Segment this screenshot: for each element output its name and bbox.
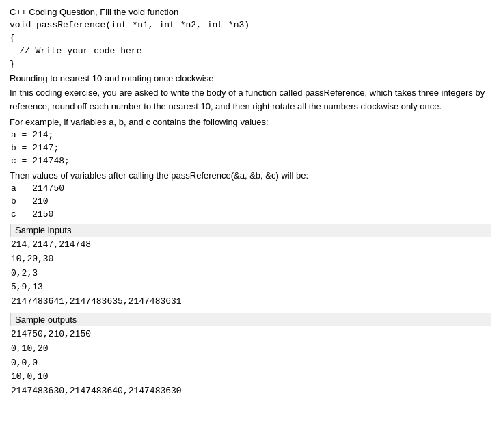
- question-type: C++ Coding Question, Fill the void funct…: [10, 7, 491, 17]
- sample-inputs-label: Sample inputs: [10, 224, 491, 237]
- sample-input-row-5: 2147483641,2147483635,2147483631: [11, 295, 491, 309]
- sample-outputs-data: 214750,210,2150 0,10,20 0,0,0 10,0,10 21…: [10, 328, 491, 399]
- sample-input-row-4: 5,9,13: [11, 280, 491, 295]
- example-output-c: c = 2150: [10, 209, 491, 220]
- sample-inputs-data: 214,2147,214748 10,20,30 0,2,3 5,9,13 21…: [10, 238, 491, 309]
- sample-output-row-2: 0,10,20: [11, 342, 491, 356]
- example-intro: For example, if variables a, b, and c co…: [10, 117, 491, 127]
- example-output-b: b = 210: [10, 196, 491, 207]
- sample-output-row-3: 0,0,0: [11, 356, 491, 371]
- function-signature: void passReference(int *n1, int *n2, int…: [10, 20, 491, 30]
- example-input-a: a = 214;: [10, 130, 491, 140]
- sample-input-row-1: 214,2147,214748: [11, 238, 491, 252]
- description-title: Rounding to nearest 10 and rotating once…: [10, 73, 491, 83]
- sample-input-row-3: 0,2,3: [11, 267, 491, 281]
- description-body: In this coding exercise, you are asked t…: [10, 86, 491, 113]
- example-explanation: Then values of variables after calling t…: [10, 170, 491, 181]
- example-input-c: c = 214748;: [10, 156, 491, 166]
- sample-output-row-5: 2147483630,2147483640,2147483630: [11, 384, 491, 399]
- comment: // Write your code here: [10, 46, 491, 56]
- sample-input-row-2: 10,20,30: [11, 252, 491, 267]
- example-input-b: b = 2147;: [10, 143, 491, 153]
- sample-output-row-4: 10,0,10: [11, 370, 491, 384]
- example-output-a: a = 214750: [10, 183, 491, 194]
- sample-outputs-label: Sample outputs: [10, 313, 491, 326]
- main-container: C++ Coding Question, Fill the void funct…: [0, 0, 501, 406]
- open-brace: {: [10, 33, 491, 43]
- close-brace: }: [10, 59, 491, 69]
- sample-output-row-1: 214750,210,2150: [11, 328, 491, 342]
